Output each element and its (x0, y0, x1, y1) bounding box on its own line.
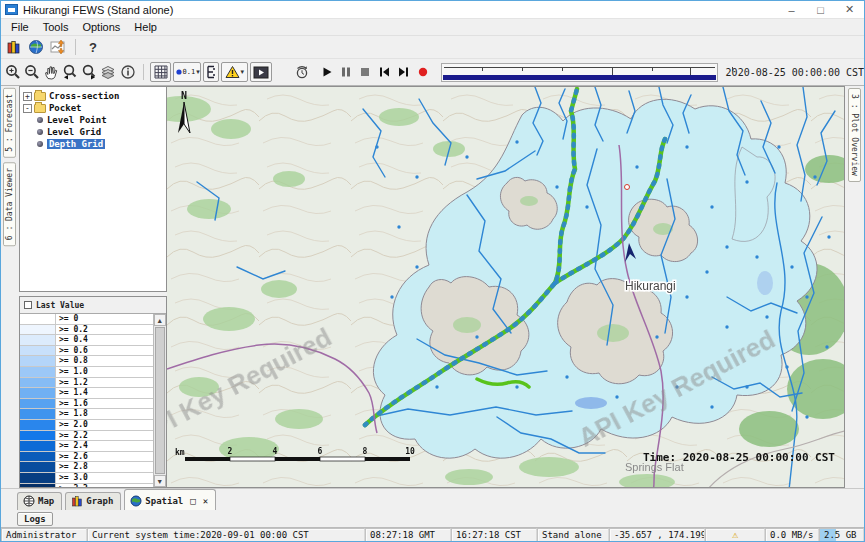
zoom-in-button[interactable] (3, 62, 22, 82)
zoom-next-icon (81, 64, 98, 80)
tree-item-cross-section[interactable]: + Cross-section (23, 90, 166, 102)
info-button[interactable] (118, 62, 137, 82)
grid-icon (154, 65, 168, 79)
scroll-down-icon[interactable]: ▼ (154, 475, 166, 487)
animation-display-button[interactable] (250, 62, 273, 82)
legend-label: >= 0.8 (56, 356, 153, 366)
grid-toggle-button[interactable] (150, 62, 171, 82)
legend-swatch (20, 473, 56, 483)
timeseries-dialog-button[interactable] (3, 37, 25, 57)
tree-item-level-point[interactable]: Level Point (23, 114, 166, 126)
legend-table: >= 0 >= 0.2 >= 0.4 >= 0.6 >= 0.8 >= 1.0 … (20, 313, 166, 487)
menu-tools[interactable]: Tools (36, 20, 76, 34)
status-coordinates: -35.657 , 174.199 (609, 528, 705, 542)
legend-row[interactable]: >= 2.6 (20, 452, 153, 463)
time-slider[interactable] (441, 63, 718, 82)
step-forward-button[interactable] (394, 62, 413, 82)
legend-scrollbar[interactable]: ▲ ▼ (153, 314, 166, 487)
last-value-checkbox-row[interactable]: Last Value (20, 297, 166, 313)
play-button[interactable] (318, 62, 337, 82)
record-button[interactable] (413, 62, 432, 82)
folder-icon (34, 92, 46, 101)
tab-map[interactable]: Map (17, 492, 62, 510)
tab-data-viewer[interactable]: 6 : Data Viewer (3, 162, 16, 246)
station-marker[interactable] (624, 185, 629, 190)
tab-close-icon[interactable]: ✕ (203, 496, 208, 506)
zoom-previous-button[interactable] (60, 62, 79, 82)
status-bar: Administrator Current system time:2020-0… (1, 527, 864, 542)
close-button[interactable]: ✕ (835, 1, 864, 18)
legend-label: >= 0.6 (56, 346, 153, 356)
scroll-up-icon[interactable]: ▲ (154, 314, 166, 326)
legend-swatch (20, 388, 56, 398)
legend-row[interactable]: >= 2.0 (20, 420, 153, 431)
graph-bars-icon (71, 495, 83, 507)
tab-maximize-icon[interactable]: □ (190, 496, 195, 506)
status-transfer-rate: 0.0 MB/s (765, 528, 819, 542)
status-memory[interactable]: 2.5 GB (819, 528, 864, 542)
tree-item-pocket[interactable]: - Pocket (23, 102, 166, 114)
legend-toggle-button[interactable] (203, 62, 219, 82)
town-label-hikurangi: Hikurangi (625, 279, 676, 293)
legend-row[interactable]: >= 3.2 (20, 484, 153, 488)
legend-row[interactable]: >= 1.8 (20, 409, 153, 420)
spatial-display-button[interactable] (25, 37, 47, 57)
tab-plot-overview[interactable]: 3 : Plot Overview (848, 88, 861, 182)
svg-text:6: 6 (317, 447, 322, 456)
toolbar-separator (143, 64, 144, 80)
maximize-button[interactable]: □ (806, 1, 835, 18)
logs-button[interactable]: Logs (17, 512, 53, 526)
spatial-map[interactable]: API Key Required API Key Required Hikura… (167, 86, 845, 488)
pause-button[interactable] (337, 62, 356, 82)
class-breaks-dropdown[interactable]: 0.1 ▾ (173, 62, 201, 82)
legend-label: >= 1.4 (56, 388, 153, 398)
legend-row[interactable]: >= 1.4 (20, 388, 153, 399)
layers-button[interactable] (99, 62, 118, 82)
legend-row[interactable]: >= 3.0 (20, 473, 153, 484)
scrollbar-thumb[interactable] (155, 327, 165, 474)
tab-spatial[interactable]: Spatial □ ✕ (124, 489, 216, 510)
last-value-checkbox[interactable] (24, 301, 32, 309)
animation-settings-button[interactable] (292, 62, 311, 82)
legend-row[interactable]: >= 0.8 (20, 356, 153, 367)
legend-row[interactable]: >= 0 (20, 314, 153, 325)
legend-row[interactable]: >= 1.6 (20, 399, 153, 410)
legend-row[interactable]: >= 2.2 (20, 431, 153, 442)
warnings-dropdown[interactable]: ▾ (221, 62, 247, 82)
legend-row[interactable]: >= 1.0 (20, 367, 153, 378)
stop-button[interactable] (356, 62, 375, 82)
layers-icon (100, 64, 116, 80)
svg-text:4: 4 (272, 447, 277, 456)
legend-label: >= 3.2 (56, 484, 153, 488)
legend-row[interactable]: >= 2.8 (20, 462, 153, 473)
expand-icon[interactable]: + (23, 92, 32, 101)
window-title: Hikurangi FEWS (Stand alone) (23, 4, 173, 16)
record-icon (417, 66, 429, 78)
chevron-down-icon: ▾ (196, 68, 200, 76)
legend-swatch (20, 441, 56, 451)
collapse-icon[interactable]: - (23, 104, 32, 113)
step-back-button[interactable] (375, 62, 394, 82)
tree-item-depth-grid[interactable]: Depth Grid (23, 138, 166, 150)
legend-swatch (20, 452, 56, 462)
legend-row[interactable]: >= 1.2 (20, 378, 153, 389)
pan-button[interactable] (41, 62, 60, 82)
minimize-button[interactable]: – (777, 1, 806, 18)
tab-forecast[interactable]: 5 : Forecast (3, 88, 16, 158)
status-warning-cell[interactable]: ⚠ (705, 528, 765, 542)
tree-item-level-grid[interactable]: Level Grid (23, 126, 166, 138)
legend-row[interactable]: >= 0.4 (20, 335, 153, 346)
legend-row[interactable]: >= 0.2 (20, 325, 153, 336)
menu-options[interactable]: Options (75, 20, 127, 34)
help-button[interactable]: ? (82, 37, 104, 57)
legend-swatch (20, 378, 56, 388)
zoom-next-button[interactable] (80, 62, 99, 82)
tab-graph[interactable]: Graph (65, 492, 121, 510)
zoom-out-button[interactable] (22, 62, 41, 82)
legend-row[interactable]: >= 0.6 (20, 346, 153, 357)
menu-file[interactable]: File (4, 20, 36, 34)
legend-row[interactable]: >= 2.4 (20, 441, 153, 452)
profile-display-button[interactable] (47, 37, 69, 57)
menu-help[interactable]: Help (127, 20, 164, 34)
skip-end-icon (397, 66, 410, 78)
